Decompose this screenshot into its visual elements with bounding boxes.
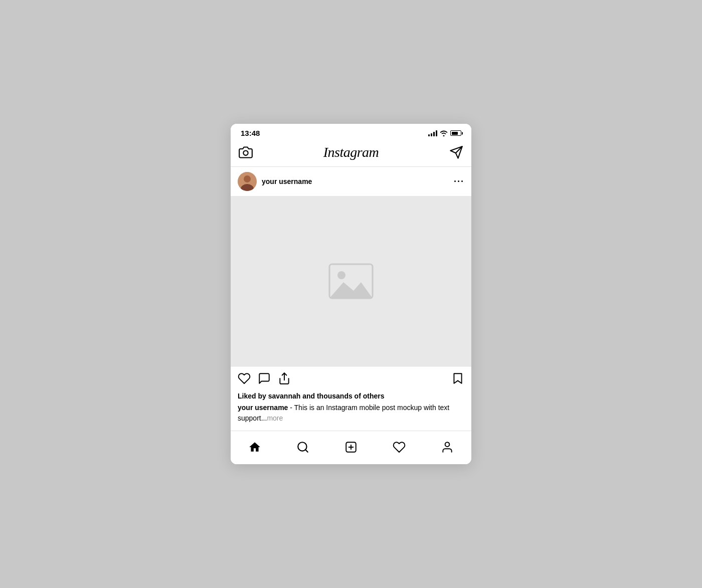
signal-bars-icon [428,130,437,136]
save-button[interactable] [451,372,464,385]
camera-icon[interactable] [239,145,253,159]
share-button[interactable] [278,372,291,385]
status-icons [428,130,461,136]
svg-point-0 [243,151,248,155]
post-caption: your username - This is an Instagram mob… [238,403,464,424]
avatar-image [238,172,257,191]
top-nav: Instagram [231,140,471,167]
battery-icon [450,130,461,136]
svg-marker-10 [454,373,461,383]
nav-activity-button[interactable] [388,436,410,458]
action-bar [231,366,471,390]
status-bar: 13:48 [231,124,471,140]
app-logo: Instagram [323,144,379,160]
svg-point-4 [244,175,251,182]
status-time: 13:48 [241,129,260,137]
avatar[interactable] [238,172,257,191]
bottom-nav [231,431,471,464]
svg-line-12 [305,450,308,452]
caption-username[interactable]: your username [238,404,288,412]
post-header: your username ··· [231,167,471,196]
action-left [238,372,291,385]
nav-profile-button[interactable] [436,436,458,458]
image-placeholder-icon [328,263,374,299]
like-button[interactable] [238,372,251,385]
post-image [231,196,471,366]
wifi-icon [440,130,448,136]
svg-point-16 [445,442,450,447]
caption-more[interactable]: more [267,414,283,422]
direct-message-icon[interactable] [449,145,463,159]
svg-marker-8 [329,282,373,298]
post-user: your username [238,172,312,191]
post-username[interactable]: your username [262,177,312,185]
comment-button[interactable] [258,372,271,385]
nav-search-button[interactable] [292,436,314,458]
svg-point-7 [337,271,345,279]
liked-by: Liked by savannah and thousands of other… [238,392,464,400]
nav-home-button[interactable] [244,436,266,458]
more-options-button[interactable]: ··· [454,176,464,187]
nav-add-button[interactable] [340,436,362,458]
post-info: Liked by savannah and thousands of other… [231,390,471,431]
phone-frame: 13:48 Instagram [231,124,471,464]
